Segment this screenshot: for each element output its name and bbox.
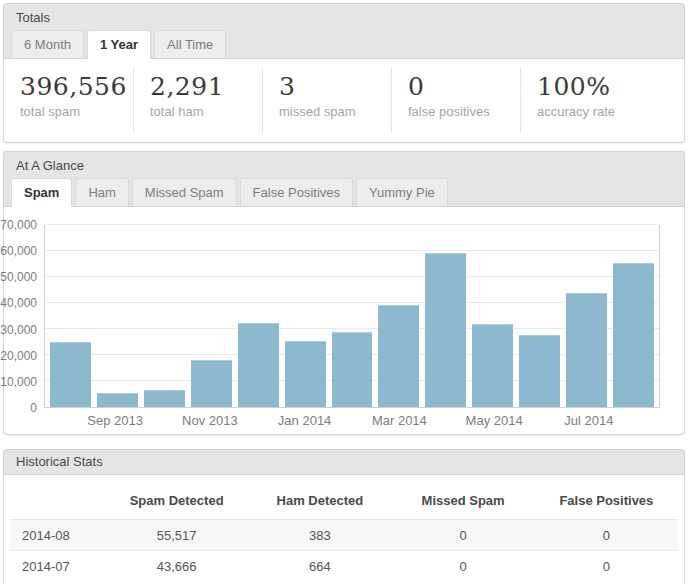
stat-total-ham: 2,291total ham	[133, 68, 262, 133]
at-a-glance-header: At A Glance SpamHamMissed SpamFalse Posi…	[3, 151, 685, 206]
cell-2014-08-spam-detected: 55,517	[105, 520, 248, 551]
totals-header: Totals 6 Month1 YearAll Time	[3, 3, 685, 58]
stat-value-missed-spam: 3	[279, 73, 391, 101]
totals-title: Totals	[4, 4, 684, 30]
bar-apr-2014[interactable]	[425, 253, 466, 407]
stat-missed-spam: 3missed spam	[262, 68, 391, 133]
x-tick-label-nov-2013: Nov 2013	[182, 413, 238, 428]
totals-tab-strip: 6 Month1 YearAll Time	[4, 30, 684, 58]
y-tick-label-0: 0	[30, 401, 37, 415]
historical-stats-table-container: Spam DetectedHam DetectedMissed SpamFals…	[3, 474, 685, 584]
y-tick-label-30000: 30,000	[0, 323, 37, 337]
cell-2014-07-ham-detected: 664	[248, 551, 391, 582]
y-tick-label-20000: 20,000	[0, 349, 37, 363]
col-header-period	[10, 481, 105, 520]
antispam-dashboard: Totals 6 Month1 YearAll Time 396,556tota…	[0, 0, 688, 584]
totals-tab-6-month[interactable]: 6 Month	[11, 30, 84, 58]
glance-tab-ham[interactable]: Ham	[75, 178, 128, 206]
historical-header-row: Spam DetectedHam DetectedMissed SpamFals…	[10, 481, 678, 520]
bar-aug-2014[interactable]	[613, 263, 654, 407]
historical-stats-header: Historical Stats	[3, 449, 685, 474]
cell-2014-07-spam-detected: 43,666	[105, 551, 248, 582]
historical-stats-panel: Historical Stats Spam DetectedHam Detect…	[3, 449, 685, 584]
chart-x-axis: Sep 2013Nov 2013Jan 2014Mar 2014May 2014…	[44, 408, 660, 432]
cell-2014-07-missed-spam: 0	[392, 551, 535, 582]
bar-jul-2014[interactable]	[566, 293, 607, 407]
glance-tab-yummy-pie[interactable]: Yummy Pie	[356, 178, 448, 206]
chart-bars	[45, 225, 659, 407]
cell-2014-08-missed-spam: 0	[392, 520, 535, 551]
stat-false-positives: 0false positives	[391, 68, 520, 133]
y-tick-label-50000: 50,000	[0, 270, 37, 284]
spam-chart-container: 010,00020,00030,00040,00050,00060,00070,…	[3, 206, 685, 435]
bar-mar-2014[interactable]	[378, 305, 419, 407]
cell-2014-08-ham-detected: 383	[248, 520, 391, 551]
stat-label-total-ham: total ham	[150, 104, 262, 119]
col-header-spam-detected: Spam Detected	[105, 481, 248, 520]
at-a-glance-title: At A Glance	[4, 152, 684, 178]
y-tick-label-10000: 10,000	[0, 375, 37, 389]
bar-oct-2013[interactable]	[144, 390, 185, 407]
stat-label-total-spam: total spam	[20, 104, 133, 119]
y-tick-label-60000: 60,000	[0, 244, 37, 258]
bar-may-2014[interactable]	[472, 324, 513, 407]
cell-period-2014-08: 2014-08	[10, 520, 105, 551]
bar-jun-2014[interactable]	[519, 335, 560, 407]
bar-nov-2013[interactable]	[191, 360, 232, 407]
chart-plot-column: Sep 2013Nov 2013Jan 2014Mar 2014May 2014…	[44, 225, 660, 432]
y-tick-label-70000: 70,000	[0, 218, 37, 232]
x-tick-label-mar-2014: Mar 2014	[372, 413, 427, 428]
cell-period-2014-07: 2014-07	[10, 551, 105, 582]
table-row-2014-08: 2014-0855,51738300	[10, 520, 678, 551]
glance-tab-missed-spam[interactable]: Missed Spam	[132, 178, 237, 206]
x-tick-label-jan-2014: Jan 2014	[278, 413, 332, 428]
totals-stats: 396,556total spam2,291total ham3missed s…	[3, 58, 685, 143]
stat-value-false-positives: 0	[408, 73, 520, 101]
at-a-glance-panel: At A Glance SpamHamMissed SpamFalse Posi…	[3, 151, 685, 435]
bar-jan-2014[interactable]	[285, 341, 326, 407]
stat-label-accuracy-rate: accuracy rate	[537, 104, 684, 119]
historical-stats-title: Historical Stats	[4, 450, 684, 474]
totals-panel: Totals 6 Month1 YearAll Time 396,556tota…	[3, 3, 685, 143]
totals-tab-1-year[interactable]: 1 Year	[87, 30, 151, 59]
glance-tab-spam[interactable]: Spam	[11, 178, 72, 207]
historical-table-body: 2014-0855,517383002014-0743,66666400	[10, 520, 678, 582]
x-tick-label-jul-2014: Jul 2014	[564, 413, 613, 428]
bar-dec-2013[interactable]	[238, 323, 279, 407]
x-tick-label-may-2014: May 2014	[466, 413, 523, 428]
x-tick-label-sep-2013: Sep 2013	[87, 413, 143, 428]
bar-aug-2013[interactable]	[50, 342, 91, 407]
stat-label-false-positives: false positives	[408, 104, 520, 119]
totals-tab-all-time[interactable]: All Time	[154, 30, 226, 58]
col-header-false-positives: False Positives	[535, 481, 678, 520]
col-header-ham-detected: Ham Detected	[248, 481, 391, 520]
glance-tab-false-positives[interactable]: False Positives	[240, 178, 353, 206]
stat-value-accuracy-rate: 100%	[537, 73, 684, 101]
y-tick-label-40000: 40,000	[0, 296, 37, 310]
at-a-glance-tab-strip: SpamHamMissed SpamFalse PositivesYummy P…	[4, 178, 684, 206]
chart-y-axis: 010,00020,00030,00040,00050,00060,00070,…	[4, 225, 44, 408]
stat-total-spam: 396,556total spam	[4, 68, 133, 133]
historical-stats-table: Spam DetectedHam DetectedMissed SpamFals…	[10, 481, 678, 581]
stat-accuracy-rate: 100%accuracy rate	[520, 68, 684, 133]
chart-plot-area	[44, 225, 660, 408]
spam-bar-chart: 010,00020,00030,00040,00050,00060,00070,…	[4, 225, 660, 432]
cell-2014-08-false-positives: 0	[535, 520, 678, 551]
table-row-2014-07: 2014-0743,66666400	[10, 551, 678, 582]
col-header-missed-spam: Missed Spam	[392, 481, 535, 520]
stat-value-total-spam: 396,556	[20, 73, 133, 101]
stat-label-missed-spam: missed spam	[279, 104, 391, 119]
bar-feb-2014[interactable]	[332, 332, 373, 407]
cell-2014-07-false-positives: 0	[535, 551, 678, 582]
stat-value-total-ham: 2,291	[150, 73, 262, 101]
historical-table-head: Spam DetectedHam DetectedMissed SpamFals…	[10, 481, 678, 520]
bar-sep-2013[interactable]	[97, 393, 138, 407]
